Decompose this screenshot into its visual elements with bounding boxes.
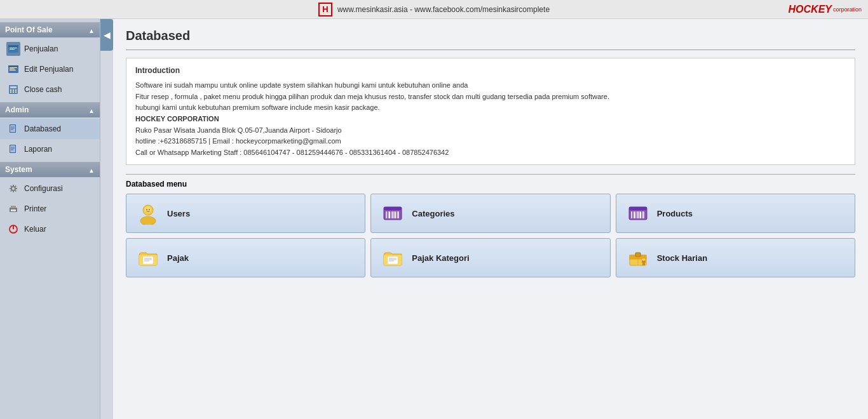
svg-rect-32: [11, 211, 14, 211]
svg-rect-3: [8, 45, 18, 48]
menu-grid: Users: [126, 194, 855, 277]
svg-rect-10: [10, 86, 17, 88]
book2-icon: [6, 142, 20, 156]
keluar-label: Keluar: [24, 225, 46, 234]
categories-icon: [381, 202, 404, 225]
categories-label: Categories: [412, 209, 454, 218]
intro-line-3: HOCKEY CORPORATION: [135, 114, 846, 125]
svg-rect-23: [10, 145, 15, 152]
sidebar-section-admin: Admin Databased Laporan: [0, 102, 100, 159]
svg-point-27: [11, 187, 15, 190]
svg-rect-18: [10, 125, 15, 132]
sidebar-section-pos-header[interactable]: Point Of Sale: [0, 22, 100, 37]
svg-rect-2: [10, 49, 15, 50]
edit-icon: [6, 62, 20, 76]
printer-icon: [6, 202, 20, 216]
stock-harian-label: Stock Harian: [657, 253, 707, 263]
users-label: Users: [167, 209, 190, 218]
laporan-label: Laporan: [24, 145, 52, 154]
menu-card-pajak-kategori[interactable]: Pajak Kategori: [370, 238, 610, 277]
intro-line-0: Software ini sudah mampu untuk online up…: [135, 80, 846, 91]
topbar-logo: H: [318, 3, 332, 17]
svg-rect-1: [10, 48, 17, 48]
hockey-logo: HOCKEY: [789, 4, 832, 15]
menu-card-pajak[interactable]: Pajak: [126, 238, 365, 277]
topbar-center: H www.mesinkasir.asia - www.facebook.com…: [318, 3, 550, 17]
hockey-sub: corporation: [833, 6, 862, 13]
svg-point-39: [146, 210, 147, 211]
calc-icon: [6, 83, 20, 96]
intro-line-1: Fitur resep , formula , paket menu produ…: [135, 91, 846, 103]
svg-rect-12: [13, 90, 14, 91]
users-icon: [137, 202, 159, 225]
title-divider: [126, 50, 855, 50]
svg-rect-13: [15, 90, 17, 91]
intro-line-4: Ruko Pasar Wisata Juanda Blok Q.05-07,Ju…: [135, 125, 846, 136]
svg-rect-29: [11, 206, 16, 208]
topbar-website: www.mesinkasir.asia - www.facebook.com/m…: [337, 5, 550, 14]
sidebar-item-printer[interactable]: Printer: [0, 199, 100, 219]
sidebar-item-databased[interactable]: Databased: [0, 119, 100, 139]
sidebar-section-system: System Configurasi Printer Keluar: [0, 162, 100, 239]
intro-line-5: hotline :+62318685715 | Email : hockeyco…: [135, 136, 846, 147]
svg-rect-63: [143, 256, 153, 264]
svg-rect-67: [388, 256, 398, 264]
svg-rect-15: [13, 91, 14, 93]
svg-rect-8: [8, 65, 18, 67]
sidebar-item-edit-penjualan[interactable]: Edit Penjualan: [0, 59, 100, 79]
edit-penjualan-label: Edit Penjualan: [24, 65, 73, 74]
page-title: Databased: [126, 29, 855, 43]
pajak-icon: [137, 246, 159, 269]
intro-box: Introduction Software ini sudah mampu un…: [126, 58, 855, 165]
svg-point-36: [140, 216, 156, 225]
sidebar-section-system-header[interactable]: System: [0, 162, 100, 177]
main-content: Databased Introduction Software ini suda…: [113, 19, 868, 419]
svg-rect-76: [642, 263, 645, 265]
sidebar-toggle-button[interactable]: ◀: [100, 19, 113, 51]
system-collapse-btn[interactable]: [88, 164, 95, 175]
svg-rect-14: [10, 91, 11, 93]
configurasi-label: Configurasi: [24, 184, 63, 193]
topbar: H www.mesinkasir.asia - www.facebook.com…: [0, 0, 868, 19]
svg-rect-11: [10, 90, 11, 91]
menu-card-stock-harian[interactable]: Stock Harian: [616, 238, 855, 277]
svg-rect-42: [384, 207, 402, 210]
menu-card-users[interactable]: Users: [126, 194, 365, 233]
pajak-kategori-icon: [381, 246, 404, 269]
menu-card-products[interactable]: Products: [616, 194, 855, 233]
power-icon: [6, 222, 20, 236]
pajak-kategori-label: Pajak Kategori: [412, 253, 469, 263]
sidebar-item-penjualan[interactable]: Penjualan: [0, 39, 100, 59]
svg-point-40: [149, 210, 150, 211]
gear-icon: [6, 182, 20, 196]
intro-divider: [126, 174, 855, 175]
intro-title: Introduction: [135, 65, 846, 77]
sidebar-section-admin-header[interactable]: Admin: [0, 102, 100, 117]
svg-point-77: [642, 258, 645, 261]
submenu-title: Databased menu: [126, 180, 855, 189]
svg-rect-16: [15, 91, 17, 93]
close-cash-label: Close cash: [24, 85, 62, 94]
sidebar-item-keluar[interactable]: Keluar: [0, 219, 100, 239]
intro-line-2: hubungi kami untuk kebutuhan premium sof…: [135, 102, 846, 114]
products-icon: [627, 202, 649, 225]
stock-icon: [627, 246, 649, 269]
penjualan-label: Penjualan: [24, 44, 58, 53]
sidebar-item-laporan[interactable]: Laporan: [0, 139, 100, 159]
pos-collapse-btn[interactable]: [88, 25, 95, 35]
svg-rect-5: [10, 67, 17, 68]
printer-label: Printer: [24, 204, 46, 213]
sidebar-item-configurasi[interactable]: Configurasi: [0, 178, 100, 199]
products-label: Products: [657, 209, 693, 218]
svg-rect-7: [10, 70, 16, 70]
pajak-label: Pajak: [167, 253, 189, 263]
svg-point-38: [145, 207, 151, 212]
menu-card-categories[interactable]: Categories: [370, 194, 610, 233]
sidebar-section-pos: Point Of Sale Penjualan Edit Penjualan: [0, 22, 100, 100]
admin-collapse-btn[interactable]: [88, 105, 95, 115]
sidebar-item-close-cash[interactable]: Close cash: [0, 79, 100, 100]
intro-line-6: Call or Whatsapp Marketing Staff : 08564…: [135, 147, 846, 159]
databased-label: Databased: [24, 124, 61, 133]
pos-icon: [6, 42, 20, 56]
hockey-brand: HOCKEY corporation: [789, 4, 862, 15]
